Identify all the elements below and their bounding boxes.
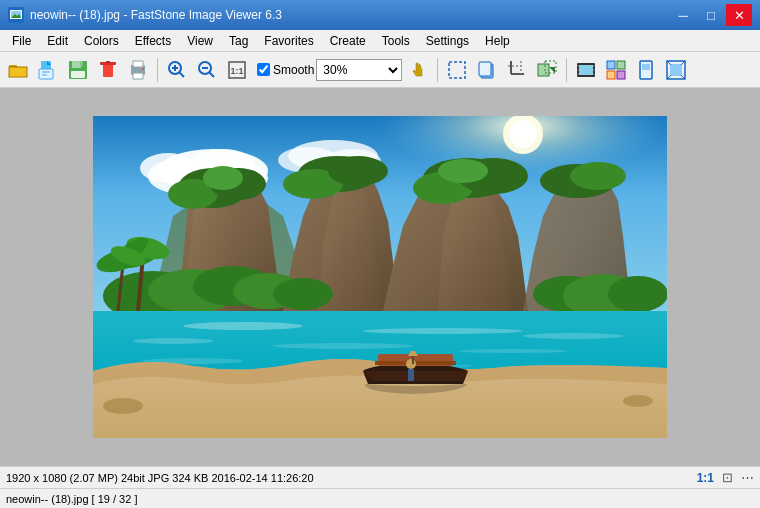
smooth-area: Smooth [257, 63, 314, 77]
delete-button[interactable] [94, 56, 122, 84]
zoom-ratio-badge: 1:1 [697, 471, 714, 485]
svg-rect-49 [593, 73, 595, 75]
svg-line-29 [209, 72, 214, 77]
svg-point-22 [142, 68, 144, 70]
svg-point-92 [438, 159, 488, 183]
svg-rect-57 [670, 64, 682, 76]
svg-rect-18 [106, 61, 110, 63]
svg-text:1:1: 1:1 [230, 66, 243, 76]
svg-point-111 [183, 322, 303, 330]
window-title: neowin-- (18).jpg - FastStone Image View… [30, 8, 282, 22]
svg-point-116 [458, 349, 568, 353]
svg-rect-122 [408, 369, 414, 381]
svg-point-65 [509, 120, 537, 148]
separator-1 [157, 58, 158, 82]
menu-bar: File Edit Colors Effects View Tag Favori… [0, 30, 760, 52]
filename-bar: neowin-- (18).jpg [ 19 / 32 ] [0, 488, 760, 508]
fullscreen-portrait-button[interactable] [632, 56, 660, 84]
svg-point-88 [328, 156, 388, 186]
svg-rect-9 [39, 69, 53, 79]
menu-colors[interactable]: Colors [76, 32, 127, 50]
svg-rect-16 [103, 63, 113, 77]
svg-rect-46 [577, 73, 579, 75]
zoom-dropdown[interactable]: 10% 25% 30% 50% 75% 100% 200% Fit Window… [316, 59, 402, 81]
image-container [93, 116, 667, 438]
svg-rect-45 [577, 69, 579, 71]
thumbnails-button[interactable] [602, 56, 630, 84]
separator-3 [566, 58, 567, 82]
smooth-label[interactable]: Smooth [273, 63, 314, 77]
svg-point-85 [203, 166, 243, 190]
svg-point-115 [273, 343, 413, 349]
svg-rect-48 [593, 69, 595, 71]
svg-line-26 [179, 72, 184, 77]
svg-rect-55 [642, 64, 650, 70]
svg-rect-32 [449, 62, 465, 78]
svg-rect-47 [593, 65, 595, 67]
close-button[interactable]: ✕ [726, 4, 752, 26]
select-button[interactable] [443, 56, 471, 84]
image-info: 1920 x 1080 (2.07 MP) 24bit JPG 324 KB 2… [6, 472, 314, 484]
zoom-in-button[interactable] [163, 56, 191, 84]
svg-point-125 [103, 398, 143, 414]
svg-rect-51 [617, 61, 625, 69]
svg-rect-44 [577, 65, 579, 67]
menu-file[interactable]: File [4, 32, 39, 50]
svg-rect-20 [133, 61, 143, 67]
svg-point-126 [623, 395, 653, 407]
status-right: 1:1 ⊡ ⋯ [697, 470, 754, 485]
svg-rect-43 [579, 65, 593, 75]
smooth-checkbox[interactable] [257, 63, 270, 76]
menu-help[interactable]: Help [477, 32, 518, 50]
svg-point-94 [570, 162, 626, 190]
filename-label: neowin-- (18).jpg [ 19 / 32 ] [6, 493, 137, 505]
svg-point-113 [523, 333, 623, 339]
menu-view[interactable]: View [179, 32, 221, 50]
svg-point-121 [406, 359, 416, 369]
menu-tag[interactable]: Tag [221, 32, 256, 50]
svg-rect-52 [607, 71, 615, 79]
resize-button[interactable] [533, 56, 561, 84]
fit-screen-icon[interactable]: ⊡ [722, 470, 733, 485]
title-bar: neowin-- (18).jpg - FastStone Image View… [0, 0, 760, 30]
open-folder-button[interactable] [4, 56, 32, 84]
print-button[interactable] [124, 56, 152, 84]
svg-rect-34 [479, 62, 491, 76]
svg-rect-53 [617, 71, 625, 79]
svg-rect-5 [9, 67, 27, 77]
title-buttons: ─ □ ✕ [670, 4, 752, 26]
save-button[interactable] [64, 56, 92, 84]
menu-effects[interactable]: Effects [127, 32, 179, 50]
menu-edit[interactable]: Edit [39, 32, 76, 50]
svg-point-99 [273, 278, 333, 310]
svg-rect-21 [133, 73, 143, 79]
filmstrip-button[interactable] [572, 56, 600, 84]
svg-rect-13 [72, 61, 81, 68]
svg-rect-15 [71, 71, 85, 78]
menu-tools[interactable]: Tools [374, 32, 418, 50]
svg-rect-50 [607, 61, 615, 69]
zoom-out-button[interactable] [193, 56, 221, 84]
svg-point-112 [363, 328, 523, 334]
fit-window-button[interactable] [662, 56, 690, 84]
status-bar: 1920 x 1080 (2.07 MP) 24bit JPG 324 KB 2… [0, 466, 760, 488]
main-viewing-area [0, 88, 760, 466]
toolbar: 1:1 Smooth 10% 25% 30% 50% 75% 100% 200%… [0, 52, 760, 88]
menu-create[interactable]: Create [322, 32, 374, 50]
open-file-button[interactable] [34, 56, 62, 84]
svg-rect-14 [80, 61, 83, 66]
menu-favorites[interactable]: Favorites [256, 32, 321, 50]
separator-2 [437, 58, 438, 82]
svg-point-114 [133, 338, 213, 344]
pan-button[interactable] [404, 56, 432, 84]
crop-button[interactable] [503, 56, 531, 84]
actual-size-button[interactable]: 1:1 [223, 56, 251, 84]
menu-settings[interactable]: Settings [418, 32, 477, 50]
title-left: neowin-- (18).jpg - FastStone Image View… [8, 7, 282, 23]
copy-button[interactable] [473, 56, 501, 84]
info-icon[interactable]: ⋯ [741, 470, 754, 485]
svg-marker-41 [549, 67, 555, 73]
minimize-button[interactable]: ─ [670, 4, 696, 26]
maximize-button[interactable]: □ [698, 4, 724, 26]
svg-rect-39 [538, 64, 549, 76]
